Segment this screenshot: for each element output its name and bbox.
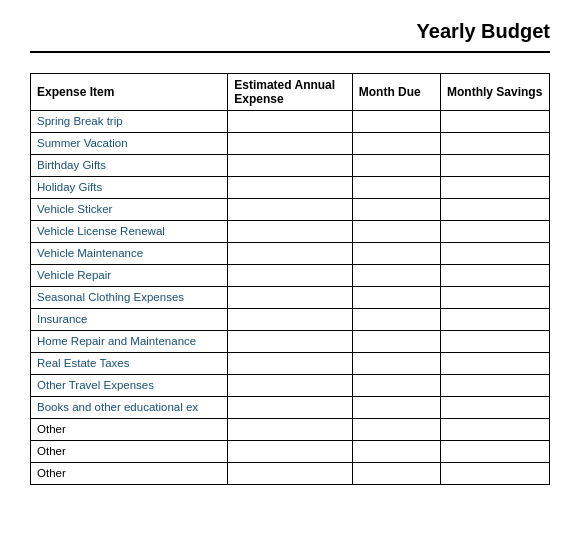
estimated-annual-cell xyxy=(228,221,353,243)
expense-item-link[interactable]: Other Travel Expenses xyxy=(37,379,154,391)
month-due-cell xyxy=(352,375,440,397)
expense-item-cell: Insurance xyxy=(31,309,228,331)
expense-item-link[interactable]: Vehicle Sticker xyxy=(37,203,112,215)
table-row: Other xyxy=(31,463,550,485)
month-due-cell xyxy=(352,441,440,463)
month-due-cell xyxy=(352,243,440,265)
expense-item-cell: Other xyxy=(31,463,228,485)
month-due-cell xyxy=(352,287,440,309)
month-due-cell xyxy=(352,221,440,243)
table-row: Summer Vacation xyxy=(31,133,550,155)
monthly-savings-cell xyxy=(440,265,549,287)
table-row: Vehicle Maintenance xyxy=(31,243,550,265)
month-due-cell xyxy=(352,463,440,485)
month-due-cell xyxy=(352,155,440,177)
estimated-annual-cell xyxy=(228,133,353,155)
table-row: Spring Break trip xyxy=(31,111,550,133)
col-header-month-due: Month Due xyxy=(352,74,440,111)
monthly-savings-cell xyxy=(440,243,549,265)
expense-item-cell: Other Travel Expenses xyxy=(31,375,228,397)
monthly-savings-cell xyxy=(440,441,549,463)
monthly-savings-cell xyxy=(440,463,549,485)
table-row: Other xyxy=(31,441,550,463)
expense-item-cell: Summer Vacation xyxy=(31,133,228,155)
expense-item-link[interactable]: Vehicle License Renewal xyxy=(37,225,165,237)
expense-item-link[interactable]: Spring Break trip xyxy=(37,115,123,127)
table-row: Vehicle License Renewal xyxy=(31,221,550,243)
expense-item-cell: Other xyxy=(31,419,228,441)
estimated-annual-cell xyxy=(228,309,353,331)
table-row: Other xyxy=(31,419,550,441)
estimated-annual-cell xyxy=(228,111,353,133)
monthly-savings-cell xyxy=(440,111,549,133)
monthly-savings-cell xyxy=(440,353,549,375)
estimated-annual-cell xyxy=(228,287,353,309)
month-due-cell xyxy=(352,133,440,155)
expense-item-cell: Other xyxy=(31,441,228,463)
table-row: Vehicle Repair xyxy=(31,265,550,287)
expense-item-link[interactable]: Seasonal Clothing Expenses xyxy=(37,291,184,303)
col-header-expense-item: Expense Item xyxy=(31,74,228,111)
month-due-cell xyxy=(352,265,440,287)
table-row: Real Estate Taxes xyxy=(31,353,550,375)
table-row: Books and other educational ex xyxy=(31,397,550,419)
estimated-annual-cell xyxy=(228,419,353,441)
expense-item-cell: Spring Break trip xyxy=(31,111,228,133)
month-due-cell xyxy=(352,419,440,441)
expense-item-cell: Vehicle Repair xyxy=(31,265,228,287)
col-header-monthly-savings: Monthly Savings xyxy=(440,74,549,111)
table-header-row: Expense Item Estimated Annual Expense Mo… xyxy=(31,74,550,111)
table-row: Holiday Gifts xyxy=(31,177,550,199)
month-due-cell xyxy=(352,199,440,221)
month-due-cell xyxy=(352,397,440,419)
estimated-annual-cell xyxy=(228,331,353,353)
monthly-savings-cell xyxy=(440,331,549,353)
page-title: Yearly Budget xyxy=(30,20,550,43)
estimated-annual-cell xyxy=(228,353,353,375)
expense-item-cell: Home Repair and Maintenance xyxy=(31,331,228,353)
estimated-annual-cell xyxy=(228,463,353,485)
month-due-cell xyxy=(352,331,440,353)
table-row: Insurance xyxy=(31,309,550,331)
expense-item-link[interactable]: Real Estate Taxes xyxy=(37,357,129,369)
table-row: Birthday Gifts xyxy=(31,155,550,177)
table-row: Seasonal Clothing Expenses xyxy=(31,287,550,309)
expense-item-link[interactable]: Summer Vacation xyxy=(37,137,128,149)
page-header: Yearly Budget xyxy=(30,20,550,53)
monthly-savings-cell xyxy=(440,375,549,397)
expense-item-cell: Real Estate Taxes xyxy=(31,353,228,375)
expense-item-link[interactable]: Home Repair and Maintenance xyxy=(37,335,196,347)
expense-item-cell: Birthday Gifts xyxy=(31,155,228,177)
expense-item-cell: Vehicle Sticker xyxy=(31,199,228,221)
expense-item-link[interactable]: Vehicle Maintenance xyxy=(37,247,143,259)
estimated-annual-cell xyxy=(228,397,353,419)
expense-item-link[interactable]: Birthday Gifts xyxy=(37,159,106,171)
month-due-cell xyxy=(352,309,440,331)
monthly-savings-cell xyxy=(440,287,549,309)
expense-item-cell: Books and other educational ex xyxy=(31,397,228,419)
expense-item-cell: Seasonal Clothing Expenses xyxy=(31,287,228,309)
estimated-annual-cell xyxy=(228,177,353,199)
monthly-savings-cell xyxy=(440,199,549,221)
monthly-savings-cell xyxy=(440,419,549,441)
monthly-savings-cell xyxy=(440,133,549,155)
expense-item-cell: Vehicle License Renewal xyxy=(31,221,228,243)
table-row: Vehicle Sticker xyxy=(31,199,550,221)
estimated-annual-cell xyxy=(228,375,353,397)
table-row: Other Travel Expenses xyxy=(31,375,550,397)
expense-item-cell: Vehicle Maintenance xyxy=(31,243,228,265)
estimated-annual-cell xyxy=(228,441,353,463)
monthly-savings-cell xyxy=(440,397,549,419)
expense-item-link[interactable]: Vehicle Repair xyxy=(37,269,111,281)
col-header-estimated: Estimated Annual Expense xyxy=(228,74,353,111)
budget-table: Expense Item Estimated Annual Expense Mo… xyxy=(30,73,550,485)
estimated-annual-cell xyxy=(228,199,353,221)
monthly-savings-cell xyxy=(440,177,549,199)
expense-item-link[interactable]: Books and other educational ex xyxy=(37,401,198,413)
month-due-cell xyxy=(352,353,440,375)
month-due-cell xyxy=(352,177,440,199)
monthly-savings-cell xyxy=(440,155,549,177)
expense-item-link[interactable]: Insurance xyxy=(37,313,88,325)
estimated-annual-cell xyxy=(228,243,353,265)
expense-item-link[interactable]: Holiday Gifts xyxy=(37,181,102,193)
